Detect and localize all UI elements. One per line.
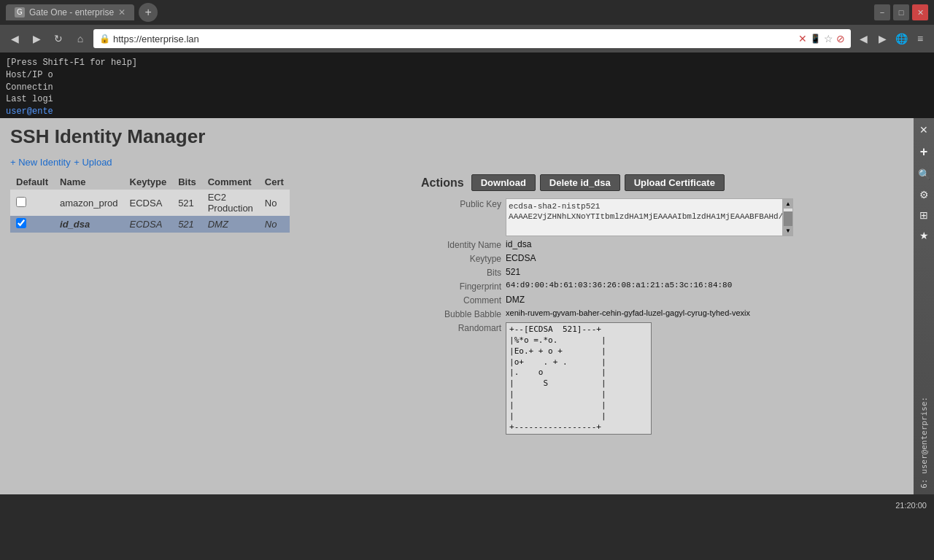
download-button[interactable]: Download: [471, 174, 536, 191]
terminal-line-4: Last logi: [6, 93, 928, 106]
next-nav-icon[interactable]: ▶: [874, 31, 890, 47]
public-key-label: Public Key: [421, 198, 501, 209]
menu-icon[interactable]: ≡: [912, 31, 928, 47]
settings-icon[interactable]: ⚙: [919, 189, 929, 201]
identity-table: Default Name Keytype Bits Comment Cert a…: [10, 174, 290, 233]
scrollbar-thumb[interactable]: [784, 211, 792, 226]
col-keytype: Keytype: [124, 174, 173, 190]
back-button[interactable]: ◀: [6, 30, 23, 47]
forward-button[interactable]: ▶: [28, 30, 45, 47]
window-controls: − □ ✕: [874, 4, 928, 20]
delete-button[interactable]: Delete id_dsa: [540, 174, 620, 191]
actions-label: Actions: [421, 176, 464, 190]
col-comment: Comment: [202, 174, 259, 190]
row2-keytype: ECDSA: [124, 216, 173, 233]
default-checkbox-2[interactable]: [16, 218, 26, 228]
lock-icon: 🔒: [99, 34, 110, 44]
nav-right: ◀ ▶ 🌐 ≡: [855, 31, 928, 47]
keytype-row: Keytype ECDSA: [421, 253, 903, 264]
identity-name-value: id_dsa: [506, 239, 903, 249]
x-clear-icon[interactable]: ✕: [798, 33, 807, 44]
bottom-bar: 21:20:00: [0, 494, 934, 516]
row2-comment: DMZ: [202, 216, 259, 233]
tab-close-button[interactable]: ✕: [118, 7, 126, 18]
top-actions: + New Identity + Upload: [10, 155, 903, 168]
public-key-text: ecdsa-sha2-nistp521 AAAAE2VjZHNhLXNoYTIt…: [509, 202, 783, 221]
maximize-button[interactable]: □: [893, 4, 909, 20]
fingerprint-label: Fingerprint: [421, 281, 501, 292]
grid-icon[interactable]: ⊞: [919, 209, 928, 221]
terminal: [Press Shift-F1 for help] Host/IP o Conn…: [0, 52, 934, 118]
public-key-scrollbar[interactable]: ▲ ▼: [783, 198, 793, 236]
row1-comment: EC2 Production: [202, 190, 259, 216]
close-button[interactable]: ✕: [912, 4, 928, 20]
randomart-label: Randomart: [421, 322, 501, 333]
row2-name: id_dsa: [54, 216, 124, 233]
prev-nav-icon[interactable]: ◀: [855, 31, 871, 47]
panel-title: SSH Identity Manager: [10, 125, 903, 148]
browser-tab[interactable]: G Gate One - enterprise ✕: [6, 4, 134, 20]
minimize-button[interactable]: −: [874, 4, 890, 20]
public-key-value[interactable]: ecdsa-sha2-nistp521 AAAAE2VjZHNhLXNoYTIt…: [506, 198, 783, 236]
globe-icon[interactable]: 🌐: [893, 31, 909, 47]
comment-value: DMZ: [506, 295, 903, 305]
public-key-row: Public Key ecdsa-sha2-nistp521 AAAAE2VjZ…: [421, 198, 903, 236]
bookmark-icon[interactable]: ☆: [824, 33, 833, 44]
row2-cert: No: [259, 216, 290, 233]
search-panel-icon[interactable]: 🔍: [918, 168, 930, 180]
keytype-label: Keytype: [421, 253, 501, 264]
row2-bits: 521: [172, 216, 202, 233]
scrollbar-up[interactable]: ▲: [784, 199, 792, 209]
identity-table-container: Default Name Keytype Bits Comment Cert a…: [10, 174, 404, 233]
comment-label: Comment: [421, 295, 501, 306]
zoom-in-icon[interactable]: +: [920, 144, 928, 160]
col-cert: Cert: [259, 174, 290, 190]
status-time: 21:20:00: [895, 501, 927, 510]
terminal-user: user@ente: [6, 106, 53, 117]
address-input[interactable]: [113, 34, 795, 44]
title-bar: G Gate One - enterprise ✕ + − □ ✕: [0, 0, 934, 25]
nav-bar: ◀ ▶ ↻ ⌂ 🔒 ✕ 📱 ☆ ⊘ ◀ ▶ 🌐 ≡: [0, 25, 934, 52]
address-bar[interactable]: 🔒 ✕ 📱 ☆ ⊘: [93, 29, 851, 48]
identity-name-label: Identity Name: [421, 239, 501, 250]
bubble-babble-label: Bubble Babble: [421, 308, 501, 319]
col-default: Default: [10, 174, 54, 190]
scrollbar-down[interactable]: ▼: [784, 226, 792, 236]
upload-link[interactable]: + Upload: [74, 157, 112, 168]
new-tab-button[interactable]: +: [139, 3, 158, 22]
col-name: Name: [54, 174, 124, 190]
randomart-row: Randomart +--[ECDSA 521]---+ |%*o =.*o. …: [421, 322, 903, 435]
new-identity-link[interactable]: + New Identity: [10, 157, 71, 168]
fingerprint-value: 64:d9:00:4b:61:03:36:26:08:a1:21:a5:3c:1…: [506, 281, 903, 289]
default-checkbox-1[interactable]: [16, 197, 26, 207]
home-button[interactable]: ⌂: [72, 30, 89, 47]
terminal-line-3: Connectin: [6, 82, 928, 94]
mobile-icon: 📱: [810, 34, 821, 44]
table-row[interactable]: id_dsa ECDSA 521 DMZ No: [10, 216, 290, 233]
terminal-line-1: [Press Shift-F1 for help]: [6, 57, 928, 69]
upload-cert-button[interactable]: Upload Certificate: [625, 174, 725, 191]
terminal-line-5: user@ente: [6, 106, 928, 118]
table-row[interactable]: amazon_prod ECDSA 521 EC2 Production No: [10, 190, 290, 216]
scrollbar-track: [784, 209, 792, 226]
keytype-value: ECDSA: [506, 253, 903, 263]
actions-row: Actions Download Delete id_dsa Upload Ce…: [421, 174, 903, 191]
row1-name: amazon_prod: [54, 190, 124, 216]
stop-icon[interactable]: ⊘: [836, 33, 845, 44]
bits-value: 521: [506, 267, 903, 277]
table-header-row: Default Name Keytype Bits Comment Cert: [10, 174, 290, 190]
identity-name-row: Identity Name id_dsa: [421, 239, 903, 250]
tab-title: Gate One - enterprise: [29, 7, 114, 18]
row2-default[interactable]: [10, 216, 54, 233]
row1-keytype: ECDSA: [124, 190, 173, 216]
bubble-babble-value: xenih-ruvem-gyvam-baher-cehin-gyfad-luze…: [506, 308, 903, 317]
reload-button[interactable]: ↻: [50, 30, 67, 47]
row1-cert: No: [259, 190, 290, 216]
bits-row: Bits 521: [421, 267, 903, 278]
star-icon[interactable]: ★: [919, 230, 929, 241]
close-panel-icon[interactable]: ✕: [919, 124, 928, 136]
terminal-line-2: Host/IP o: [6, 69, 928, 82]
bubble-babble-row: Bubble Babble xenih-ruvem-gyvam-baher-ce…: [421, 308, 903, 319]
fingerprint-row: Fingerprint 64:d9:00:4b:61:03:36:26:08:a…: [421, 281, 903, 292]
row1-default[interactable]: [10, 190, 54, 216]
